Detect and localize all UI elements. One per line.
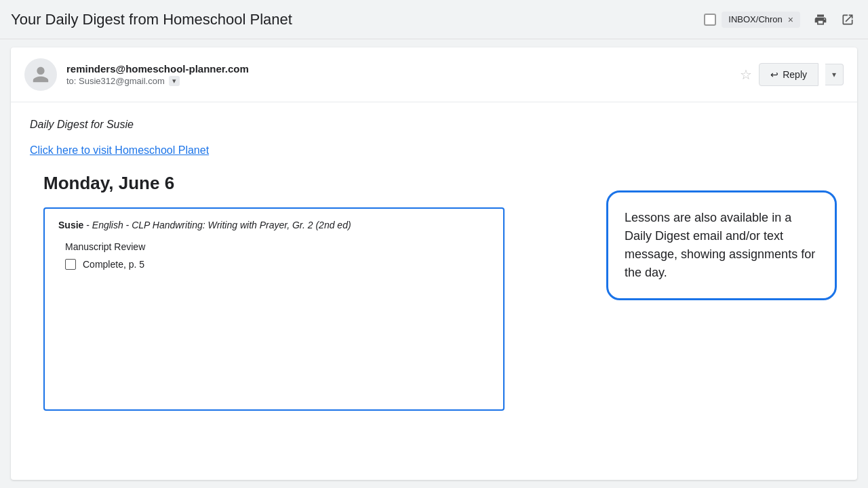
tab-area: INBOX/Chron × — [704, 12, 800, 28]
digest-title: Daily Digest for Susie — [30, 119, 838, 131]
tab-label: INBOX/Chron — [728, 14, 782, 24]
tab-checkbox[interactable] — [704, 14, 716, 26]
tab-close-icon[interactable]: × — [788, 14, 793, 25]
sender-email: reminders@homeschool-planner.com — [66, 63, 740, 75]
subject-detail: English - CLP Handwriting: Writing with … — [92, 220, 351, 230]
to-address: to: Susie312@gmail.com — [66, 76, 165, 86]
popout-button[interactable] — [838, 10, 857, 29]
reply-arrow-icon: ↩ — [770, 69, 778, 80]
avatar — [24, 58, 57, 91]
tab-pill[interactable]: INBOX/Chron × — [722, 12, 800, 28]
callout-text: Lessons are also available in a Daily Di… — [625, 211, 815, 279]
subject-dash: - — [86, 220, 92, 230]
task-label: Complete, p. 5 — [83, 259, 144, 270]
visit-homeschool-link[interactable]: Click here to visit Homeschool Planet — [30, 144, 209, 157]
student-name: Susie — [58, 220, 83, 230]
reply-dropdown-button[interactable]: ▾ — [825, 64, 844, 85]
person-icon — [31, 65, 50, 84]
to-dropdown-button[interactable]: ▾ — [169, 76, 180, 86]
email-header: reminders@homeschool-planner.com to: Sus… — [11, 47, 857, 102]
sender-to: to: Susie312@gmail.com ▾ — [66, 76, 740, 86]
reply-button[interactable]: ↩ Reply — [759, 63, 818, 86]
callout-box: Lessons are also available in a Daily Di… — [606, 190, 837, 300]
assignment-task: Complete, p. 5 — [65, 259, 490, 270]
email-title: Your Daily Digest from Homeschool Planet — [11, 11, 704, 28]
header-actions: ☆ ↩ Reply ▾ — [740, 63, 844, 86]
sender-info: reminders@homeschool-planner.com to: Sus… — [66, 63, 740, 86]
title-actions — [811, 10, 857, 29]
print-button[interactable] — [811, 10, 830, 29]
email-container: reminders@homeschool-planner.com to: Sus… — [11, 47, 857, 480]
assignment-box: Susie - English - CLP Handwriting: Writi… — [43, 207, 505, 411]
task-checkbox[interactable] — [65, 259, 76, 270]
email-body: Daily Digest for Susie Click here to vis… — [11, 102, 857, 427]
assignment-lesson: Manuscript Review — [65, 241, 490, 252]
star-button[interactable]: ☆ — [740, 66, 752, 83]
reply-label: Reply — [783, 69, 807, 80]
title-bar: Your Daily Digest from Homeschool Planet… — [0, 0, 868, 39]
assignment-subject: Susie - English - CLP Handwriting: Writi… — [58, 220, 490, 230]
